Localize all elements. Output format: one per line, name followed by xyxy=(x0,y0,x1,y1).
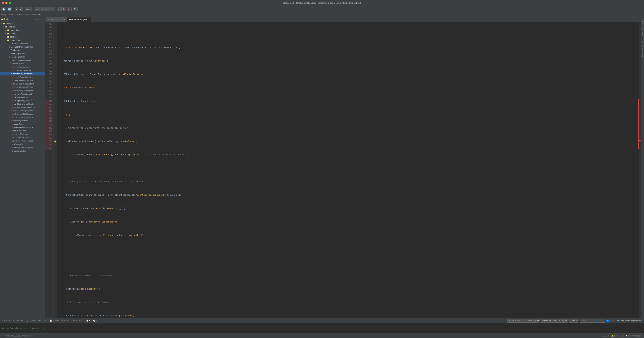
breadcrumb-internal[interactable]: internal xyxy=(10,14,16,16)
tree-item-method-ishealthy[interactable]: m isHealthy(boolean):bool xyxy=(0,96,45,99)
tree-item-method-protocol[interactable]: m protocol():Protocol xyxy=(0,119,45,122)
tree-item-method-createtunnel[interactable]: m createTunnel(int, int, Re xyxy=(0,79,45,82)
tree-item-method-supportsurl[interactable]: m supportsUrl(HttpUrl):boo xyxy=(0,136,45,139)
back-button[interactable]: ◀ xyxy=(14,7,18,12)
forward-button[interactable]: ▶ xyxy=(19,7,23,12)
tab-terminal[interactable]: >_ Terminal xyxy=(11,318,24,323)
code-line-331: Platform.get().configureTlsExtensions( xyxy=(58,220,637,224)
device-selector[interactable]: Xiaomi M2007J17C ▾ xyxy=(34,7,54,12)
tree-item-connection[interactable]: ▼ 📁 connection xyxy=(0,38,45,42)
tree-item-method-nonewexchanges[interactable]: m noNewExchanges():void xyxy=(0,109,45,112)
tab-mainactivity-close[interactable]: × xyxy=(64,18,65,20)
regex-checkbox[interactable] xyxy=(606,320,608,322)
project-settings-icon[interactable]: ⚙ xyxy=(36,18,38,20)
tree-label-ef: ExchangeFinder xyxy=(11,52,26,55)
tree-item-annotations[interactable]: ▶ 📁 annotations xyxy=(0,28,45,32)
method-icon-m11: m xyxy=(11,96,12,98)
code-editor[interactable]: 318 319 320 321 322 323 324 325 326 327 … xyxy=(45,22,641,318)
tree-item-method-testconnection[interactable]: m testConnection(RealCon xyxy=(0,139,45,142)
regex-text: Regex xyxy=(609,320,614,322)
tab-mainactivity[interactable]: MainActivity.java × xyxy=(46,17,67,22)
sync-button[interactable]: 🔄 xyxy=(7,7,12,12)
resource-manager-tab[interactable]: Resource Manager xyxy=(642,19,644,36)
breadcrumb-connecttls[interactable]: connectTls xyxy=(32,14,41,16)
tree-item-method-onstream[interactable]: m onStream(Http2Stream): xyxy=(0,116,45,119)
tree-item-connectinterceptor[interactable]: C ConnectInterceptor xyxy=(0,42,45,45)
tab-profiler-icon: 📊 xyxy=(50,320,52,322)
tree-label-m5: connectTunnel(int, int, ir xyxy=(13,76,33,78)
tree-item-method-handshake[interactable]: m handshake():Handshake xyxy=(0,89,45,92)
tree-item-field-allocationlimit[interactable]: f allocationLimit:int xyxy=(0,149,45,152)
project-more-icon[interactable]: ⋮ xyxy=(40,18,42,20)
tree-item-method-connecttls[interactable]: m connectTls(ConnectionS xyxy=(0,72,45,76)
tree-item-okhttp3[interactable]: ▼ 📁 okhttp3 xyxy=(0,22,45,25)
logcat-level-select[interactable]: Error xyxy=(569,319,578,322)
tree-item-exchange[interactable]: C Exchange xyxy=(0,48,45,52)
run-button[interactable]: ▶ xyxy=(57,7,61,12)
breakpoint-marker[interactable] xyxy=(54,140,56,142)
method-icon-m4: m xyxy=(11,73,12,75)
tree-item-method-newhttp[interactable]: m newHttpExchangeClient... xyxy=(0,102,45,106)
tree-item-method-ismultiplexed[interactable]: m isMultiplexed():boolean xyxy=(0,99,45,102)
tree-item-method-iseligible[interactable]: m isEligible(Address, List< xyxy=(0,92,45,96)
app-selector[interactable]: app ▾ xyxy=(25,7,32,12)
show-only-dropdown-icon[interactable]: ▾ xyxy=(642,320,643,322)
tree-item-method-newwebsocket[interactable]: m newWebSocketStream(...) xyxy=(0,106,45,109)
logcat-device-select[interactable]: Xiaomi M2007J17C Android 10, / xyxy=(507,319,540,322)
tree-item-method-tostring[interactable]: m toString():String xyxy=(0,142,45,146)
tree-item-method-connectsocket[interactable]: m connectSocket(int, int, C xyxy=(0,69,45,72)
tree-label-m9: handshake():Handshake xyxy=(13,90,33,92)
tree-item-internal[interactable]: ▼ 📦 internal xyxy=(0,25,45,28)
tree-item-method-trackfailure[interactable]: m trackFailure(IOException xyxy=(0,146,45,149)
tab-run[interactable]: ▶ 4: Run xyxy=(61,318,72,323)
breadcrumb-okhttp3[interactable]: okhttp3 xyxy=(1,14,8,16)
method-icon-m2: m xyxy=(11,66,12,68)
tree-item-realconnection[interactable]: ▼ C RealConnection xyxy=(0,55,45,59)
close-button[interactable] xyxy=(2,2,4,4)
code-line-333: } xyxy=(58,247,637,250)
project-collapse-icon[interactable]: ≡ xyxy=(38,18,40,20)
tree-item-method-establishprotocol[interactable]: m establishProtocol(Conne xyxy=(0,86,45,89)
breadcrumb-sep-1: › xyxy=(8,14,9,16)
class-icon-ex: C xyxy=(9,49,10,51)
tab-build[interactable]: 🔨 8: Build xyxy=(72,318,84,323)
tree-item-method-starthttp2[interactable]: m startHttp2(int):void xyxy=(0,132,45,136)
tree-item-method-onsettings[interactable]: m onSettings(Http2Conne... xyxy=(0,112,45,116)
tab-profiler[interactable]: 📊 Profiler xyxy=(48,318,60,323)
logcat-search-input[interactable] xyxy=(580,319,605,322)
tree-item-method-cancel[interactable]: m cancel():void xyxy=(0,62,45,66)
tree-item-exchangefinder[interactable]: C ExchangeFinder xyxy=(0,52,45,55)
tree-item-method-connecttunnel[interactable]: m connectTunnel(int, int, ir xyxy=(0,76,45,79)
logcat-package-select[interactable]: com.nb.netdemo3 (18178) xyxy=(541,319,568,322)
tree-item-method-socket[interactable]: m socket():Socket xyxy=(0,129,45,132)
device-file-explorer-tab[interactable]: Device File Explorer xyxy=(642,40,644,58)
tab-realconnection[interactable]: RealConnection.java × xyxy=(67,17,92,22)
tree-item-connectionspecselector[interactable]: C ConnectionSpecSelector xyxy=(0,45,45,48)
tree-item-method-connect[interactable]: m connect(int, int, int, i... xyxy=(0,66,45,69)
search-button[interactable]: 🔍 xyxy=(73,7,78,12)
debug-button[interactable]: 🐛 xyxy=(62,7,66,12)
tab-todo[interactable]: ≡ TODO xyxy=(1,318,11,323)
tree-item-method-routematchesany[interactable]: m routeMatchesAny(List<R xyxy=(0,126,45,129)
tree-item-method-route[interactable]: m route():Route xyxy=(0,122,45,126)
minimize-button[interactable] xyxy=(5,2,8,4)
tree-item-method-constructor[interactable]: m RealConnection(RealC... xyxy=(0,59,45,62)
tab-database-inspector[interactable]: 🗄 Database Inspector xyxy=(25,318,48,323)
maximize-button[interactable] xyxy=(9,2,11,4)
status-checkmark-icon: ✓ xyxy=(35,335,36,337)
tab-logcat[interactable]: 📋 6: Logcat xyxy=(85,318,99,323)
tree-item-method-createtunnelrequest[interactable]: m createTunnelRequest():R xyxy=(0,82,45,86)
stop-button[interactable]: ■ xyxy=(67,7,70,12)
tab-realconnection-label: RealConnection.java xyxy=(68,18,87,20)
tree-item-cache2[interactable]: ▶ 📁 cache2 xyxy=(0,35,45,38)
code-line-338: SSLSession sslSocketSession = sslSocket.… xyxy=(58,314,637,318)
tab-realconnection-close[interactable]: × xyxy=(88,18,90,20)
save-button[interactable]: 💾 xyxy=(1,7,6,12)
project-close-icon[interactable]: – xyxy=(43,18,44,20)
breadcrumb-realconnection[interactable]: RealConnection xyxy=(18,14,30,16)
tree-item-cache[interactable]: ▶ 📁 cache xyxy=(0,32,45,35)
method-icon-m7: m xyxy=(11,83,12,85)
code-line-332: sslSocket, address.url().host(), address… xyxy=(58,234,637,237)
status-event-log[interactable]: 🔔 Event Log xyxy=(611,335,623,337)
status-layout-inspector[interactable]: 🔲 Layout Inspector xyxy=(626,335,642,337)
